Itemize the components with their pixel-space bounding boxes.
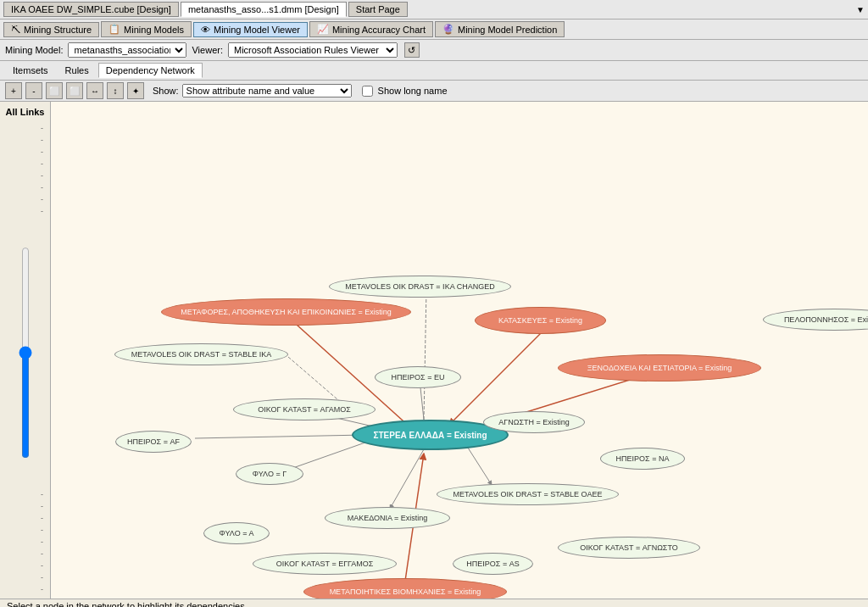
sidebar-tick-9 — [0, 488, 50, 500]
sidebar-tick-4 — [0, 158, 50, 170]
svg-line-8 — [390, 449, 424, 509]
tab-mining-models[interactable]: 📋 Mining Models — [101, 21, 192, 37]
title-bar: IKA OAEE DW_SIMPLE.cube [Design] metanas… — [0, 0, 868, 19]
zoom-out-button[interactable]: - — [25, 82, 42, 99]
sidebar-tick-11 — [0, 512, 50, 524]
svg-line-10 — [195, 435, 364, 438]
main-toolbar: ⛏ Mining Structure 📋 Mining Models 👁 Min… — [0, 19, 868, 40]
status-bar: Select a node in the network to highligh… — [0, 599, 868, 607]
sidebar-tick-13 — [0, 536, 50, 548]
node-metavoles-stable-ika[interactable]: METAVOLES OIK DRAST = STABLE IKA — [114, 343, 288, 365]
zoom-in-button[interactable]: + — [5, 82, 22, 99]
sidebar: All Links — [0, 102, 51, 599]
node-ipeiros-af[interactable]: ΗΠΕΙΡΟΣ = AF — [115, 431, 192, 453]
tab-start-page[interactable]: Start Page — [348, 2, 408, 17]
tab-mining-model-prediction[interactable]: 🔮 Mining Model Prediction — [435, 21, 565, 37]
tab-mining-model-viewer[interactable]: 👁 Mining Model Viewer — [193, 22, 308, 37]
node-oikog-eggamos[interactable]: ΟΙΚΟΓ KATAST = ΕΓΓΑΜΟΣ — [253, 553, 397, 575]
tab-mining-accuracy-chart[interactable]: 📈 Mining Accuracy Chart — [309, 21, 433, 37]
svg-line-1 — [449, 326, 548, 425]
node-metafores[interactable]: ΜΕΤΑΦΟΡΕΣ, ΑΠΟΘΗΚΕΥΣΗ ΚΑΙ ΕΠΙΚΟΙΝΩΝΙΕΣ =… — [161, 298, 411, 326]
svg-line-4 — [424, 289, 426, 420]
node-fylo-g[interactable]: ΦΥΛΟ = Γ — [236, 463, 303, 485]
node-agnosti[interactable]: ΑΓΝΩΣΤΗ = Existing — [483, 411, 585, 433]
sub-tabs: Itemsets Rules Dependency Network — [0, 61, 868, 81]
title-bar-dropdown[interactable]: ▼ — [856, 5, 865, 14]
icon-toolbar: + - ⬜ ⬜ ↔ ↕ ✦ Show: Show attribute name … — [0, 81, 868, 102]
sidebar-tick-6 — [0, 181, 50, 193]
sidebar-tick-8 — [0, 205, 50, 217]
main-content: All Links — [0, 102, 868, 599]
long-name-label: Show long name — [378, 86, 448, 96]
mining-model-viewer-icon: 👁 — [201, 25, 210, 35]
sidebar-tick-7 — [0, 193, 50, 205]
network-canvas: ΣΤΕΡΕΑ ΕΛΛΑΔΑ = Existing ΜΕΤΑΦΟΡΕΣ, ΑΠΟΘ… — [51, 102, 868, 599]
node-metapoiitikes[interactable]: ΜΕΤΑΠΟΙΗΤΙΚΕΣ ΒΙΟΜΗΧΑΝΙΕΣ = Existing — [303, 578, 507, 599]
sidebar-label: All Links — [4, 105, 47, 119]
sidebar-tick-16 — [0, 571, 50, 583]
node-ipeiros-na[interactable]: ΗΠΕΙΡΟΣ = NA — [600, 448, 685, 470]
node-oikog-agamos[interactable]: ΟΙΚΟΓ KATAST = ΑΓΑΜΟΣ — [233, 398, 376, 420]
status-message: Select a node in the network to highligh… — [7, 601, 248, 607]
node-xenodoxeia[interactable]: ΞΕΝΟΔΟΧΕΙΑ ΚΑΙ ΕΣΤΙΑΤΟΡΙΑ = Existing — [558, 354, 761, 381]
refresh-button[interactable]: ↺ — [404, 42, 420, 58]
mining-accuracy-chart-icon: 📈 — [317, 24, 329, 35]
show-label: Show: — [153, 86, 179, 96]
mining-model-prediction-icon: 🔮 — [442, 24, 454, 35]
show-select[interactable]: Show attribute name and value — [182, 84, 352, 97]
mining-model-label: Mining Model: — [5, 45, 63, 55]
sidebar-tick-14 — [0, 548, 50, 560]
tab-mining-structure[interactable]: ⛏ Mining Structure — [3, 22, 99, 37]
subtab-dependency-network[interactable]: Dependency Network — [98, 63, 203, 78]
sidebar-tick-10 — [0, 500, 50, 512]
sidebar-slider-container — [0, 122, 50, 595]
node-fylo-a[interactable]: ΦΥΛΟ = Α — [203, 522, 270, 544]
link-strength-slider[interactable] — [19, 247, 32, 459]
mining-model-select[interactable]: metanasths_association_rules1 — [68, 42, 186, 58]
model-row: Mining Model: metanasths_association_rul… — [0, 40, 868, 61]
sidebar-tick-5 — [0, 170, 50, 181]
node-metavoles-stable-oaee[interactable]: METAVOLES OIK DRAST = STABLE OAEE — [437, 483, 619, 505]
sidebar-tick-15 — [0, 560, 50, 571]
fit-button[interactable]: ⬜ — [46, 82, 63, 99]
node-peloponnhsos[interactable]: ΠΕΛΟΠΟΝΝΗΣΟΣ = Existing — [763, 309, 868, 331]
sidebar-tick-3 — [0, 146, 50, 158]
viewer-select[interactable]: Microsoft Association Rules Viewer — [228, 42, 398, 58]
layout-button[interactable]: ✦ — [127, 82, 144, 99]
node-kataskeves[interactable]: ΚΑΤΑΣΚΕΥΕΣ = Existing — [475, 307, 606, 334]
long-name-checkbox[interactable] — [362, 86, 373, 97]
svg-line-9 — [466, 445, 492, 485]
node-ipeiros-as[interactable]: ΗΠΕΙΡΟΣ = AS — [453, 553, 533, 575]
select-button[interactable]: ⬜ — [66, 82, 83, 99]
sidebar-tick-1 — [0, 122, 50, 134]
node-makedonia[interactable]: ΜΑΚΕΔΟΝΙΑ = Existing — [325, 507, 450, 529]
pan-h-button[interactable]: ↔ — [86, 82, 103, 99]
sidebar-tick-17 — [0, 583, 50, 595]
tab-dmm-design[interactable]: metanasths_asso...s1.dmm [Design] — [181, 2, 347, 17]
node-ipeiros-eu[interactable]: ΗΠΕΙΡΟΣ = EU — [375, 366, 461, 388]
subtab-itemsets[interactable]: Itemsets — [5, 63, 56, 78]
node-oikog-agnosto[interactable]: ΟΙΚΟΓ KATAST = ΑΓΝΩΣΤΟ — [558, 537, 700, 559]
tab-cube-design[interactable]: IKA OAEE DW_SIMPLE.cube [Design] — [3, 2, 179, 17]
subtab-rules[interactable]: Rules — [58, 63, 97, 78]
sidebar-tick-12 — [0, 524, 50, 536]
mining-models-icon: 📋 — [108, 24, 120, 35]
pan-v-button[interactable]: ↕ — [107, 82, 124, 99]
node-metavoles-ika-changed[interactable]: METAVOLES OIK DRAST = IKA CHANGED — [329, 276, 511, 298]
viewer-label: Viewer: — [192, 45, 222, 55]
mining-structure-icon: ⛏ — [11, 25, 20, 35]
sidebar-tick-2 — [0, 134, 50, 146]
